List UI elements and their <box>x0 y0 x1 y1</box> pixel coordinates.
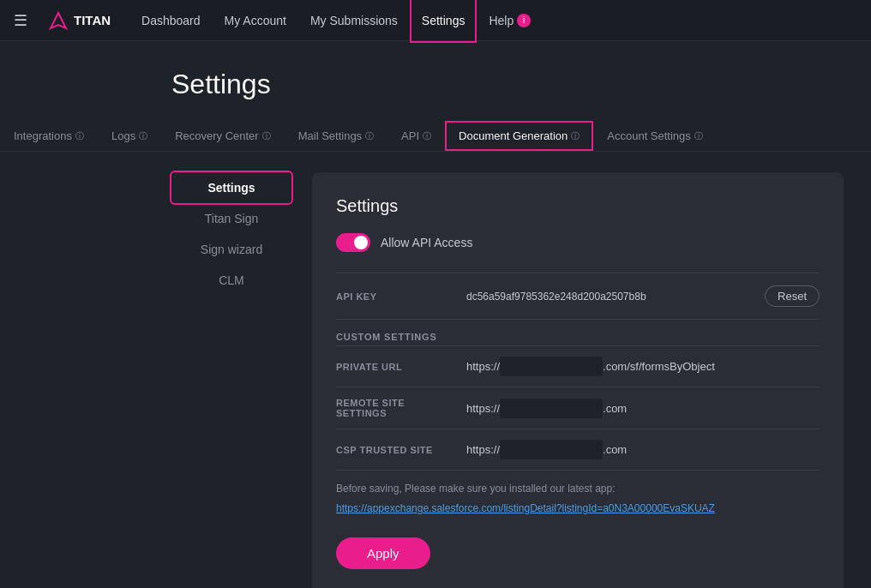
sidebar-item-settings[interactable]: Settings <box>171 172 291 203</box>
recovery-center-info-icon: ⓘ <box>262 130 271 142</box>
api-access-toggle[interactable] <box>336 233 370 252</box>
secondary-nav-account-settings[interactable]: Account Settings ⓘ <box>593 121 717 151</box>
remote-site-prefix: https:// <box>466 402 500 415</box>
remote-site-field-content: https:// .com <box>466 399 820 418</box>
nav-my-submissions[interactable]: My Submissions <box>300 0 408 41</box>
nav-settings[interactable]: Settings <box>411 0 476 41</box>
private-url-label: PRIVATE URL <box>336 362 456 372</box>
reset-button[interactable]: Reset <box>765 285 820 307</box>
note-text: Before saving, Please make sure you inst… <box>336 483 820 495</box>
csp-trusted-site-row: CSP TRUSTED SITE https:// .com <box>336 429 820 470</box>
top-navigation: ☰ TITAN Dashboard My Account My Submissi… <box>0 0 871 41</box>
sidebar-item-titan-sign[interactable]: Titan Sign <box>171 203 291 234</box>
api-key-value: dc56a59af9785362e248d200a2507b8b <box>466 291 754 303</box>
remote-site-suffix: .com <box>603 402 627 415</box>
document-generation-info-icon: ⓘ <box>571 130 580 142</box>
api-key-row: API KEY dc56a59af9785362e248d200a2507b8b… <box>336 273 820 319</box>
csp-input[interactable] <box>500 440 603 459</box>
secondary-nav-recovery-center[interactable]: Recovery Center ⓘ <box>161 121 285 151</box>
api-key-label: API KEY <box>336 291 456 302</box>
private-url-suffix: .com/sf/formsByObject <box>603 360 715 373</box>
logs-info-icon: ⓘ <box>139 130 147 142</box>
mail-settings-info-icon: ⓘ <box>365 130 374 142</box>
appexchange-link[interactable]: https://appexchange.salesforce.com/listi… <box>336 502 715 514</box>
integrations-info-icon: ⓘ <box>75 130 84 142</box>
nav-my-account[interactable]: My Account <box>214 0 297 41</box>
private-url-input[interactable] <box>500 357 603 376</box>
api-info-icon: ⓘ <box>423 130 431 142</box>
secondary-nav-document-generation[interactable]: Document Generation ⓘ <box>445 121 593 151</box>
settings-panel: Settings Allow API Access API KEY dc56a5… <box>312 172 844 588</box>
csp-prefix: https:// <box>466 443 500 456</box>
api-access-label: Allow API Access <box>381 236 472 249</box>
remote-site-input[interactable] <box>500 399 603 418</box>
private-url-prefix: https:// <box>466 360 500 373</box>
logo: TITAN <box>48 10 111 31</box>
csp-field-content: https:// .com <box>466 440 820 459</box>
logo-text: TITAN <box>74 13 111 27</box>
svg-marker-0 <box>51 13 66 28</box>
hamburger-menu-icon[interactable]: ☰ <box>14 11 27 30</box>
remote-site-label: REMOTE SITE SETTINGS <box>336 398 456 418</box>
remote-site-row: REMOTE SITE SETTINGS https:// .com <box>336 387 820 429</box>
nav-dashboard[interactable]: Dashboard <box>131 0 211 41</box>
private-url-field-content: https:// .com/sf/formsByObject <box>466 357 820 376</box>
secondary-nav-mail-settings[interactable]: Mail Settings ⓘ <box>285 121 387 151</box>
sidebar-item-clm[interactable]: CLM <box>171 265 291 296</box>
csp-trusted-site-label: CSP TRUSTED SITE <box>336 445 456 455</box>
custom-settings-label: CUSTOM SETTINGS <box>336 319 820 345</box>
titan-logo-icon <box>48 10 69 31</box>
account-settings-info-icon: ⓘ <box>694 130 703 142</box>
settings-panel-title: Settings <box>336 196 820 216</box>
help-badge: i <box>517 14 531 27</box>
apply-button[interactable]: Apply <box>336 537 430 569</box>
private-url-row: PRIVATE URL https:// .com/sf/formsByObje… <box>336 345 820 387</box>
api-access-toggle-row: Allow API Access <box>336 233 820 252</box>
csp-suffix: .com <box>603 443 627 456</box>
nav-links: Dashboard My Account My Submissions Sett… <box>131 0 857 41</box>
secondary-nav-api[interactable]: API ⓘ <box>387 121 445 151</box>
note-section: Before saving, Please make sure you inst… <box>336 470 820 524</box>
sidebar: Settings Titan Sign Sign wizard CLM <box>171 172 291 588</box>
secondary-nav-integrations[interactable]: Integrations ⓘ <box>0 121 98 151</box>
nav-help[interactable]: Help i <box>478 0 541 41</box>
page-header: Settings <box>0 41 871 100</box>
secondary-navigation: Integrations ⓘ Logs ⓘ Recovery Center ⓘ … <box>0 121 871 152</box>
main-content: Settings Titan Sign Sign wizard CLM Sett… <box>0 152 871 588</box>
page-title: Settings <box>171 69 871 100</box>
secondary-nav-logs[interactable]: Logs ⓘ <box>98 121 161 151</box>
toggle-thumb <box>354 236 368 249</box>
sidebar-item-sign-wizard[interactable]: Sign wizard <box>171 234 291 265</box>
